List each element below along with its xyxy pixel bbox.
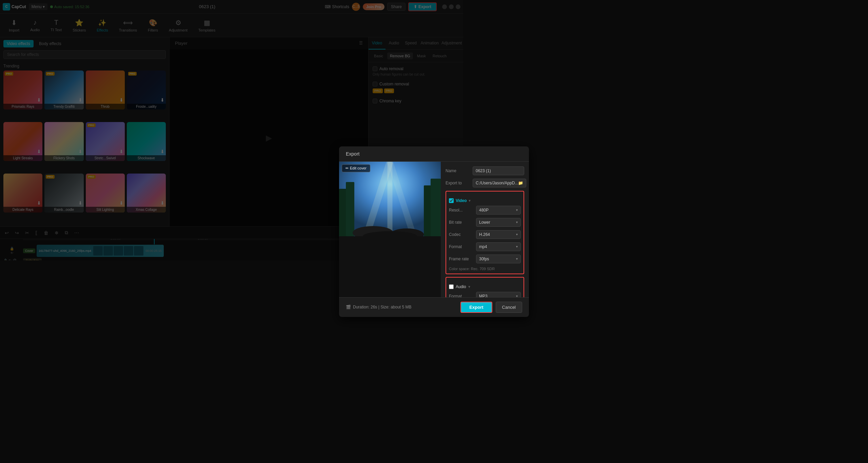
forest-svg (339, 162, 441, 236)
preview-image (339, 162, 441, 236)
name-row: Name (446, 166, 463, 175)
export-to-row: Export to C:/Users/Jason/AppD... 📁 (446, 179, 463, 187)
modal-title: Export (339, 146, 463, 162)
framerate-label: Frame rate (449, 257, 463, 261)
modal-overlay: Export (0, 0, 463, 260)
modal-body: ✏ Edit cover Name Export to (339, 162, 463, 261)
format-label: Format (449, 244, 463, 249)
video-section-box: Video ▾ Resol... 480P ▾ Bit ra (446, 191, 463, 261)
edit-cover-button[interactable]: ✏ Edit cover (342, 164, 370, 172)
preview-forest-bg (339, 162, 441, 236)
resolution-row: Resol... 480P ▾ (449, 206, 463, 215)
video-checkbox[interactable] (449, 198, 454, 203)
export-to-label: Export to (446, 181, 463, 185)
svg-rect-4 (431, 179, 441, 236)
resolution-label: Resol... (449, 208, 463, 213)
name-label: Name (446, 168, 463, 173)
edit-icon: ✏ (346, 166, 349, 170)
bitrate-label: Bit rate (449, 220, 463, 225)
codec-label: Codec (449, 232, 463, 237)
bitrate-row: Bit rate Lower ▾ (449, 218, 463, 227)
modal-preview: ✏ Edit cover (339, 162, 441, 261)
modal-settings: Name Export to C:/Users/Jason/AppD... 📁 (441, 162, 463, 261)
format-row: Format mp4 ▾ (449, 242, 463, 251)
video-section-header: Video ▾ (449, 198, 463, 203)
framerate-row: Frame rate 30fps ▾ (449, 255, 463, 261)
codec-row: Codec H.264 ▾ (449, 230, 463, 239)
svg-rect-2 (346, 182, 354, 236)
export-modal: Export (339, 146, 463, 261)
